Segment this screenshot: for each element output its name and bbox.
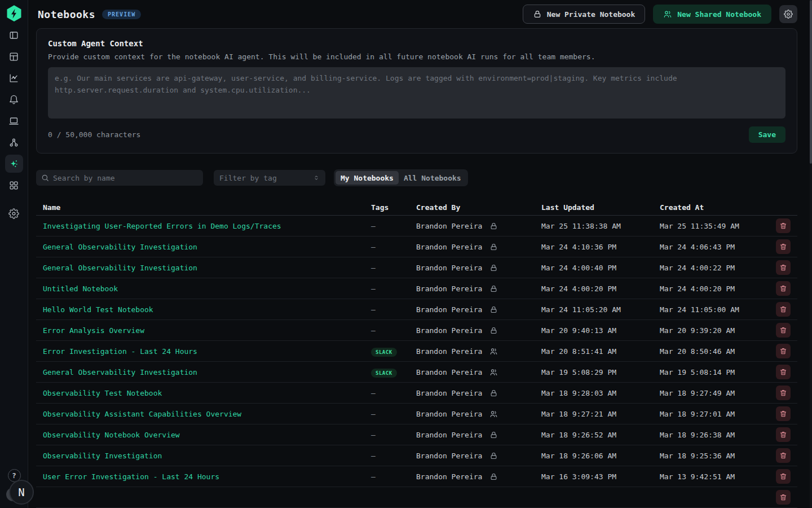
lock-icon — [489, 452, 498, 460]
delete-notebook-button[interactable] — [776, 218, 791, 233]
people-icon — [489, 410, 498, 418]
sidebar-item-settings[interactable] — [5, 204, 23, 222]
created-by-name: Brandon Pereira — [416, 305, 482, 314]
table-row[interactable]: User Error Investigation - Last 24 Hours… — [36, 466, 797, 487]
trash-icon — [779, 222, 787, 230]
delete-notebook-button[interactable] — [776, 386, 791, 400]
table-row[interactable]: Observability Test Notebook—Brandon Pere… — [36, 383, 797, 404]
trash-icon — [779, 368, 787, 376]
sidebar-item-apps[interactable] — [5, 176, 23, 194]
created-at-value: Mar 20 9:39:20 AM — [660, 326, 735, 335]
sidebar-item-topology[interactable] — [5, 133, 23, 151]
trash-icon — [779, 452, 787, 459]
tag-empty-dash: — — [371, 431, 376, 439]
new-private-notebook-button[interactable]: New Private Notebook — [523, 5, 646, 24]
people-icon — [489, 347, 498, 356]
trash-icon — [779, 305, 787, 313]
created-at-value: Mar 25 11:35:49 AM — [660, 222, 739, 230]
delete-notebook-button[interactable] — [776, 469, 791, 484]
notebook-name-link[interactable]: Observability Investigation — [43, 452, 162, 460]
table-row[interactable]: Error Analysis Overview—Brandon PereiraM… — [36, 320, 797, 341]
avatar[interactable]: N — [9, 480, 34, 505]
delete-notebook-button[interactable] — [776, 281, 791, 296]
agent-context-textarea[interactable] — [48, 67, 785, 119]
tag-filter-placeholder: Filter by tag — [219, 174, 277, 182]
table-row[interactable] — [36, 487, 797, 508]
notebook-name-link[interactable]: General Observability Investigation — [43, 264, 197, 272]
tag-empty-dash: — — [371, 410, 376, 418]
notebook-tabs: My Notebooks All Notebooks — [334, 169, 468, 186]
last-updated-value: Mar 24 4:00:40 PM — [541, 264, 616, 272]
created-at-value: Mar 24 4:06:43 PM — [660, 243, 735, 251]
table-row[interactable]: Observability Assistant Capabilities Ove… — [36, 404, 797, 424]
table-row[interactable]: General Observability InvestigationSLACK… — [36, 362, 797, 383]
created-at-value: Mar 13 9:42:51 AM — [660, 472, 735, 481]
app-logo-icon[interactable] — [6, 5, 23, 23]
table-row[interactable]: Observability Notebook Overview—Brandon … — [36, 424, 797, 445]
notebook-name-link[interactable]: Observability Notebook Overview — [43, 431, 180, 439]
notebook-name-link[interactable]: Untitled Notebook — [43, 284, 118, 293]
table-row[interactable]: Observability Investigation—Brandon Pere… — [36, 445, 797, 466]
sidebar-item-metrics[interactable] — [5, 69, 23, 87]
delete-notebook-button[interactable] — [776, 427, 791, 442]
slack-tag-badge: SLACK — [371, 348, 397, 357]
delete-notebook-button[interactable] — [776, 239, 791, 254]
save-button[interactable]: Save — [749, 126, 785, 143]
notebook-name-link[interactable]: General Observability Investigation — [43, 243, 197, 251]
table-row[interactable]: Hello World Test Notebook—Brandon Pereir… — [36, 299, 797, 320]
delete-notebook-button[interactable] — [776, 302, 791, 317]
delete-notebook-button[interactable] — [776, 406, 791, 421]
character-count: 0 / 50,000 characters — [48, 130, 140, 139]
tab-all-notebooks[interactable]: All Notebooks — [399, 171, 466, 185]
sidebar-item-tables[interactable] — [5, 47, 23, 65]
table-row[interactable]: Error Investigation - Last 24 HoursSLACK… — [36, 341, 797, 362]
new-shared-notebook-button[interactable]: New Shared Notebook — [653, 5, 771, 24]
settings-gear-button[interactable] — [779, 5, 797, 23]
delete-notebook-button[interactable] — [776, 490, 791, 505]
created-by-name: Brandon Pereira — [416, 410, 482, 418]
table-row[interactable]: Untitled Notebook—Brandon PereiraMar 24 … — [36, 278, 797, 299]
tab-my-notebooks[interactable]: My Notebooks — [336, 171, 399, 185]
lock-icon — [489, 326, 498, 335]
slack-tag-badge: SLACK — [371, 369, 397, 378]
delete-notebook-button[interactable] — [776, 260, 791, 275]
notebook-name-link[interactable]: Error Analysis Overview — [43, 326, 144, 335]
created-at-value: Mar 18 9:27:49 AM — [660, 389, 735, 397]
table-row[interactable]: General Observability Investigation—Bran… — [36, 237, 797, 257]
notebook-name-link[interactable]: User Error Investigation - Last 24 Hours — [43, 472, 219, 481]
created-by-name: Brandon Pereira — [416, 264, 482, 272]
sidebar-item-alerts[interactable] — [5, 90, 23, 108]
created-at-value: Mar 24 11:05:00 AM — [660, 305, 739, 314]
tag-filter-select[interactable]: Filter by tag — [214, 170, 325, 186]
table-row[interactable]: General Observability Investigation—Bran… — [36, 257, 797, 278]
notebook-name-link[interactable]: Investigating User-Reported Errors in De… — [43, 222, 281, 230]
scrollbar-thumb[interactable] — [810, 0, 812, 164]
last-updated-value: Mar 24 11:05:20 AM — [541, 305, 621, 314]
column-header-tags: Tags — [371, 203, 416, 212]
notebook-name-link[interactable]: Error Investigation - Last 24 Hours — [43, 347, 197, 356]
scrollbar-track[interactable] — [810, 0, 812, 508]
panel-toggle-icon[interactable] — [5, 26, 23, 44]
people-icon — [489, 368, 498, 376]
tag-empty-dash: — — [371, 284, 376, 293]
notebook-name-link[interactable]: Hello World Test Notebook — [43, 305, 153, 314]
delete-notebook-button[interactable] — [776, 365, 791, 379]
notebook-name-link[interactable]: Observability Test Notebook — [43, 389, 162, 397]
context-card-title: Custom Agent Context — [48, 39, 785, 48]
last-updated-value: Mar 24 4:10:36 PM — [541, 243, 616, 251]
created-by-name: Brandon Pereira — [416, 452, 482, 460]
notebook-name-link[interactable]: General Observability Investigation — [43, 368, 197, 376]
delete-notebook-button[interactable] — [776, 448, 791, 463]
lock-icon — [489, 431, 498, 439]
table-row[interactable]: Investigating User-Reported Errors in De… — [36, 216, 797, 237]
delete-notebook-button[interactable] — [776, 344, 791, 358]
created-at-value: Mar 20 8:50:46 AM — [660, 347, 735, 356]
sidebar-item-ai-notebooks[interactable] — [5, 155, 23, 173]
notebook-name-link[interactable]: Observability Assistant Capabilities Ove… — [43, 410, 241, 418]
created-at-value: Mar 24 4:00:22 PM — [660, 264, 735, 272]
created-by-name: Brandon Pereira — [416, 431, 482, 439]
sidebar-item-hosts[interactable] — [5, 112, 23, 130]
delete-notebook-button[interactable] — [776, 323, 791, 338]
search-input[interactable] — [53, 174, 198, 182]
lock-icon — [533, 10, 542, 19]
